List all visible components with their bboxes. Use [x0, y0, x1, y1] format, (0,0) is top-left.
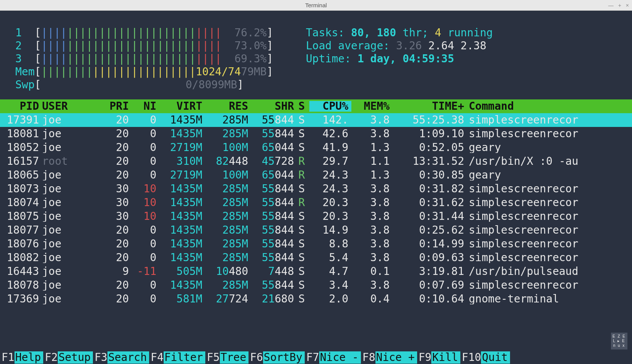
cpu-meter: 1 [|||||||||||||||||||||||||||| 76.2%]: [15, 28, 298, 38]
maximize-icon[interactable]: +: [618, 2, 621, 8]
table-row[interactable]: 17369joe200581M2772421680S2.00.40:10.64g…: [0, 292, 632, 306]
fkey-label: F10: [460, 352, 481, 363]
fkey-action-kill[interactable]: Kill: [431, 351, 460, 364]
fkey-label: F1: [0, 352, 15, 363]
col-virt[interactable]: VIRT: [156, 101, 202, 112]
process-list[interactable]: 17391joe2001435M285M55844S142.3.855:25.3…: [0, 113, 632, 306]
fkey-label: F6: [249, 352, 263, 363]
cpu-meter: 3 [|||||||||||||||||||||||||||| 69.3%]: [15, 54, 298, 64]
col-cpu[interactable]: CPU%: [309, 101, 351, 112]
col-pri[interactable]: PRI: [94, 101, 129, 112]
cpu-meter: 2 [|||||||||||||||||||||||||||| 73.0%]: [15, 41, 298, 51]
table-row[interactable]: 18082joe2001435M285M55844S5.43.80:09.63s…: [0, 251, 632, 265]
fkey-label: F2: [43, 352, 58, 363]
close-icon[interactable]: ×: [626, 2, 629, 8]
swp-meter: Swp[0/8099MB]: [15, 80, 298, 90]
table-row[interactable]: 18076joe2001435M285M55844S8.83.80:14.99s…: [0, 237, 632, 251]
fkey-action-help[interactable]: Help: [15, 351, 43, 364]
table-row[interactable]: 18077joe2001435M285M55844S14.93.80:25.62…: [0, 223, 632, 237]
column-header[interactable]: PID USER PRI NI VIRT RES SHR S CPU% MEM%…: [0, 99, 632, 113]
watermark: E Z E L ▸ E n u x: [611, 333, 627, 349]
footer-bar: F1HelpF2SetupF3SearchF4FilterF5TreeF6Sor…: [0, 351, 632, 364]
fkey-label: F4: [149, 352, 164, 363]
table-row[interactable]: 16443joe9-11505M104807448S4.70.13:19.81/…: [0, 265, 632, 278]
uptime-line: Uptime: 1 day, 04:59:35: [306, 54, 621, 64]
mem-meter: Mem[||||||||||||||||||||||||1024/7479MB]: [15, 67, 298, 77]
fkey-action-nice-+[interactable]: Nice +: [375, 351, 417, 364]
col-s[interactable]: S: [294, 101, 309, 112]
fkey-label: F8: [361, 352, 375, 363]
tasks-line: Tasks: 80, 180 thr; 4 running: [306, 28, 621, 38]
fkey-action-tree[interactable]: Tree: [220, 351, 249, 364]
fkey-action-search[interactable]: Search: [107, 351, 149, 364]
fkey-action-sortby[interactable]: SortBy: [263, 351, 305, 364]
table-row[interactable]: 18052joe2002719M100M65044S41.91.30:52.05…: [0, 141, 632, 154]
col-pid[interactable]: PID: [0, 101, 39, 112]
col-time[interactable]: TIME+: [390, 101, 464, 112]
window-title: Terminal: [305, 2, 327, 8]
table-row[interactable]: 18065joe2002719M100M65044R24.31.30:30.85…: [0, 168, 632, 182]
fkey-label: F3: [93, 352, 107, 363]
col-mem[interactable]: MEM%: [351, 101, 390, 112]
col-user[interactable]: USER: [39, 101, 94, 112]
fkey-label: F7: [305, 352, 319, 363]
fkey-label: F9: [417, 352, 432, 363]
minimize-icon[interactable]: —: [608, 2, 614, 8]
window-titlebar: Terminal — + ×: [0, 0, 632, 11]
fkey-action-nice--[interactable]: Nice -: [319, 351, 361, 364]
col-shr[interactable]: SHR: [248, 101, 294, 112]
fkey-action-setup[interactable]: Setup: [58, 351, 93, 364]
load-line: Load average: 3.26 2.64 2.38: [306, 41, 621, 51]
col-res[interactable]: RES: [202, 101, 248, 112]
table-row[interactable]: 16157root200310M8244845728R29.71.113:31.…: [0, 154, 632, 168]
fkey-label: F5: [205, 352, 220, 363]
table-row[interactable]: 18074joe30101435M285M55844R20.33.80:31.6…: [0, 196, 632, 210]
table-row[interactable]: 18075joe30101435M285M55844S20.33.80:31.4…: [0, 210, 632, 223]
terminal-body[interactable]: 1 [|||||||||||||||||||||||||||| 76.2%]2 …: [0, 11, 632, 364]
col-cmd[interactable]: Command: [464, 101, 632, 112]
table-row[interactable]: 17391joe2001435M285M55844S142.3.855:25.3…: [0, 113, 632, 127]
table-row[interactable]: 18073joe30101435M285M55844S24.33.80:31.8…: [0, 182, 632, 196]
fkey-action-quit[interactable]: Quit: [481, 351, 510, 364]
table-row[interactable]: 18081joe2001435M285M55844S42.63.81:09.10…: [0, 127, 632, 141]
meters-panel: 1 [|||||||||||||||||||||||||||| 76.2%]2 …: [0, 18, 632, 99]
table-row[interactable]: 18078joe2001435M285M55844S3.43.80:07.69s…: [0, 278, 632, 292]
col-ni[interactable]: NI: [129, 101, 156, 112]
fkey-action-filter[interactable]: Filter: [164, 351, 205, 364]
